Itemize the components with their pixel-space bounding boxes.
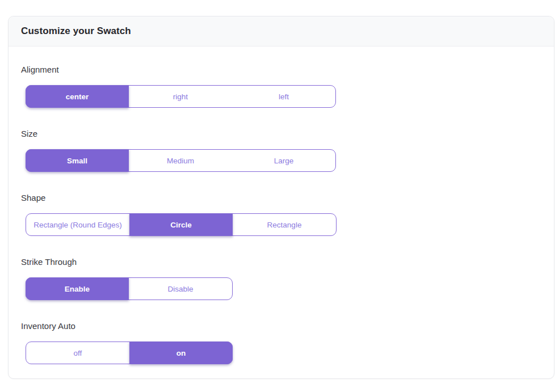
alignment-button-group: center right left xyxy=(26,85,336,108)
shape-button-group: Rectangle (Round Edges) Circle Rectangle xyxy=(26,213,337,236)
size-option-medium[interactable]: Medium xyxy=(129,150,232,171)
card-header: Customize your Swatch xyxy=(9,16,554,47)
shape-label: Shape xyxy=(21,192,541,204)
shape-option-circle[interactable]: Circle xyxy=(129,213,233,236)
strike-through-option-enable[interactable]: Enable xyxy=(26,277,129,300)
strike-through-option-disable[interactable]: Disable xyxy=(129,278,232,300)
strike-through-button-group: Enable Disable xyxy=(26,277,233,300)
alignment-option-left[interactable]: left xyxy=(232,86,335,107)
section-inventory-auto: Inventory Auto off on xyxy=(21,321,541,364)
shape-option-rectangle[interactable]: Rectangle xyxy=(233,214,336,235)
alignment-label: Alignment xyxy=(21,64,541,75)
strike-through-label: Strike Through xyxy=(21,256,541,268)
shape-option-rectangle-round-edges[interactable]: Rectangle (Round Edges) xyxy=(26,214,129,235)
section-strike-through: Strike Through Enable Disable xyxy=(21,256,541,300)
section-alignment: Alignment center right left xyxy=(21,64,541,108)
inventory-auto-button-group: off on xyxy=(26,342,233,364)
inventory-auto-label: Inventory Auto xyxy=(21,321,541,332)
page-title: Customize your Swatch xyxy=(21,26,131,37)
size-label: Size xyxy=(21,128,541,140)
section-shape: Shape Rectangle (Round Edges) Circle Rec… xyxy=(21,192,541,236)
size-button-group: Small Medium Large xyxy=(26,149,336,172)
alignment-option-right[interactable]: right xyxy=(129,86,232,107)
size-option-large[interactable]: Large xyxy=(232,150,335,171)
inventory-auto-option-off[interactable]: off xyxy=(26,342,129,364)
alignment-option-center[interactable]: center xyxy=(26,85,129,108)
inventory-auto-option-on[interactable]: on xyxy=(129,342,233,364)
card-body: Alignment center right left Size Small M… xyxy=(9,47,554,380)
customize-swatch-card: Customize your Swatch Alignment center r… xyxy=(8,16,554,379)
section-size: Size Small Medium Large xyxy=(21,128,541,172)
size-option-small[interactable]: Small xyxy=(26,149,129,172)
